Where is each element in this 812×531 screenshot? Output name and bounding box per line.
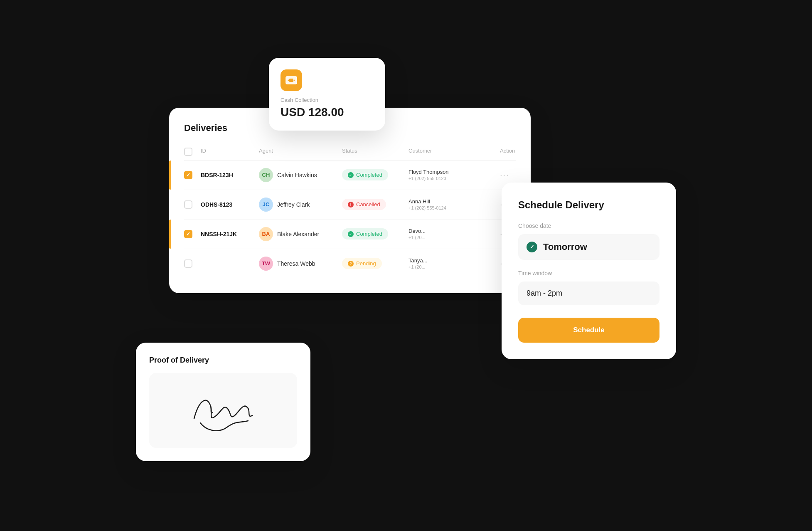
row-checkbox[interactable]: [184, 171, 201, 179]
cash-icon: [281, 69, 302, 91]
agent-name: Theresa Webb: [277, 260, 315, 267]
customer-phone: +1 (20...: [408, 264, 500, 269]
row-id: BDSR-123H: [201, 172, 259, 178]
col-action: Action: [500, 148, 541, 156]
status-cell: ✓ Completed: [342, 228, 408, 240]
agent-name: Blake Alexander: [277, 231, 319, 237]
customer-cell: Devo... +1 (20...: [408, 228, 500, 240]
col-id: ID: [201, 148, 259, 156]
status-badge-completed: ✓ Completed: [342, 228, 388, 240]
time-label: Time window: [518, 270, 659, 277]
agent-avatar: CH: [259, 168, 273, 182]
agent-name: Jeffrey Clark: [277, 201, 310, 208]
row-id: ODHS-8123: [201, 201, 259, 208]
checkbox-checked[interactable]: [184, 171, 192, 179]
table-header: ID Agent Status Customer Action: [184, 143, 516, 161]
status-badge-cancelled: ! Cancelled: [342, 199, 386, 210]
time-value: 9am - 2pm: [527, 289, 562, 297]
row-accent: [169, 161, 171, 190]
customer-name: Anna Hill: [408, 198, 500, 205]
agent-name: Calvin Hawkins: [277, 172, 317, 178]
checkbox-unchecked[interactable]: [184, 200, 192, 209]
table-row: ODHS-8123 JC Jeffrey Clark ! Cancelled A…: [184, 190, 516, 220]
agent-cell: TW Theresa Webb: [259, 257, 342, 271]
date-option[interactable]: Tomorrow: [518, 234, 659, 260]
status-badge-completed: ✓ Completed: [342, 169, 388, 180]
checkbox-unchecked[interactable]: [184, 259, 192, 268]
agent-cell: CH Calvin Hawkins: [259, 168, 342, 182]
col-agent: Agent: [259, 148, 342, 156]
agent-avatar: BA: [259, 227, 273, 241]
schedule-delivery-card: Schedule Delivery Choose date Tomorrow T…: [502, 183, 676, 359]
agent-cell: BA Blake Alexander: [259, 227, 342, 241]
customer-phone: +1 (20...: [408, 235, 500, 240]
col-checkbox: [184, 148, 201, 156]
date-check-icon: [527, 242, 537, 252]
deliveries-card: Deliveries ID Agent Status Customer Acti…: [169, 108, 531, 293]
completed-icon: ✓: [348, 231, 354, 237]
status-cell: ? Pending: [342, 258, 408, 269]
completed-icon: ✓: [348, 172, 354, 178]
customer-name: Devo...: [408, 228, 500, 234]
proof-of-delivery-card: Proof of Delivery: [136, 343, 310, 461]
agent-avatar: TW: [259, 257, 273, 271]
pending-icon: ?: [348, 261, 354, 267]
schedule-button[interactable]: Schedule: [518, 318, 659, 343]
row-checkbox[interactable]: [184, 230, 201, 238]
cancelled-icon: !: [348, 202, 354, 207]
customer-name: Tanya...: [408, 257, 500, 264]
row-id: NNSSH-21JK: [201, 231, 259, 237]
agent-avatar: JC: [259, 198, 273, 212]
row-checkbox[interactable]: [184, 200, 201, 209]
proof-title: Proof of Delivery: [149, 356, 297, 365]
schedule-title: Schedule Delivery: [518, 199, 659, 211]
customer-cell: Floyd Thompson +1 (202) 555-0123: [408, 169, 500, 181]
cash-amount: USD 128.00: [281, 106, 374, 119]
customer-cell: Anna Hill +1 (202) 555-0124: [408, 198, 500, 210]
action-menu[interactable]: ···: [500, 170, 541, 180]
header-checkbox[interactable]: [184, 148, 192, 156]
cash-collection-card: Cash Collection USD 128.00: [269, 58, 385, 131]
date-value: Tomorrow: [543, 242, 587, 252]
customer-name: Floyd Thompson: [408, 169, 500, 175]
row-accent: [169, 220, 171, 249]
col-status: Status: [342, 148, 408, 156]
row-checkbox[interactable]: [184, 259, 201, 268]
col-customer: Customer: [408, 148, 500, 156]
table-row: NNSSH-21JK BA Blake Alexander ✓ Complete…: [184, 220, 516, 249]
status-badge-pending: ? Pending: [342, 258, 382, 269]
status-cell: ✓ Completed: [342, 169, 408, 180]
signature-box: [149, 373, 297, 448]
svg-point-4: [294, 79, 295, 81]
customer-phone: +1 (202) 555-0124: [408, 205, 500, 210]
date-label: Choose date: [518, 222, 659, 229]
svg-rect-2: [289, 79, 293, 82]
signature-drawing: [182, 385, 265, 435]
status-cell: ! Cancelled: [342, 199, 408, 210]
cash-collection-label: Cash Collection: [281, 97, 374, 103]
customer-cell: Tanya... +1 (20...: [408, 257, 500, 269]
customer-phone: +1 (202) 555-0123: [408, 176, 500, 181]
table-row: BDSR-123H CH Calvin Hawkins ✓ Completed …: [184, 161, 516, 190]
agent-cell: JC Jeffrey Clark: [259, 198, 342, 212]
table-row: TW Theresa Webb ? Pending Tanya... +1 (2…: [184, 249, 516, 278]
svg-point-3: [288, 79, 289, 81]
time-option[interactable]: 9am - 2pm: [518, 282, 659, 305]
checkbox-checked[interactable]: [184, 230, 192, 238]
